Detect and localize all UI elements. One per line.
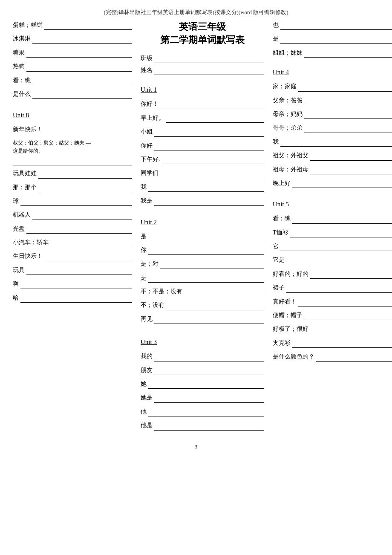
unit5-header: Unit 5	[273, 201, 289, 208]
unit5-great2: 好极了；很好	[273, 324, 392, 334]
class-row: 班级	[141, 54, 264, 63]
unit1-header: Unit 1	[141, 86, 157, 93]
unit8-item-ha: 哈	[13, 293, 132, 303]
unit5-skirt: 裙子	[273, 283, 392, 292]
unit2-header: Unit 2	[141, 219, 157, 226]
unit4-grandma: 祖母；外祖母	[273, 165, 392, 174]
unit3-header: Unit 3	[141, 338, 157, 346]
unit2-you: 你	[141, 246, 264, 255]
unit1-hello: 你好！	[141, 99, 264, 109]
unit8-item-1: 新年快乐！	[13, 125, 132, 134]
main-title: 英语三年级 第二学期单词默写表	[141, 20, 264, 47]
unit1-i: 我	[141, 182, 264, 192]
left-item-1: 蛋糕；糕饼	[13, 20, 132, 30]
unit8-item-ah: 啊	[13, 279, 132, 289]
unit2-not: 不；没有	[141, 301, 264, 310]
unit5-jacket: 夹克衫	[273, 338, 392, 348]
unit8-item-that: 那；那个	[13, 183, 132, 192]
name-row: 姓名	[141, 66, 264, 75]
right-top-3: 姐姐；妹妹	[273, 48, 392, 58]
unit5-it: 它	[273, 242, 392, 251]
unit8-item-birthday: 生日快乐！	[13, 251, 132, 261]
unit4-grandpa: 祖父；外祖父	[273, 151, 392, 160]
unit5-look: 看；瞧	[273, 214, 392, 223]
unit3-sheis: 她是	[141, 393, 264, 402]
unit4-evening: 晚上好	[273, 179, 392, 188]
right-top-2: 是	[273, 34, 392, 43]
unit2-is2: 是	[141, 273, 264, 283]
unit1-miss: 小姐	[141, 127, 264, 136]
unit3-my: 我的	[141, 352, 264, 361]
unit3-friend: 朋友	[141, 366, 264, 375]
left-item-6: 是什么	[13, 90, 132, 99]
unit5-cap: 便帽；帽子	[273, 311, 392, 320]
unit4-father: 父亲；爸爸	[273, 96, 392, 105]
unit3-he: 他	[141, 407, 264, 416]
unit8-item-robot: 机器人	[13, 210, 132, 220]
unit8-header: Unit 8	[13, 112, 29, 119]
unit8-line1	[13, 158, 132, 165]
unit5-great: 真好看！	[273, 297, 392, 306]
unit2-is: 是	[141, 232, 264, 241]
unit2-yes: 是；对	[141, 259, 264, 269]
unit3-she: 她	[141, 379, 264, 389]
unit1-morning: 早上好。	[141, 113, 264, 123]
unit1-afternoon: 下午好.	[141, 155, 264, 164]
unit8-item-toy: 玩具	[13, 266, 132, 275]
unit2-no: 不；不是；没有	[141, 287, 264, 296]
unit4-i: 我	[273, 137, 392, 147]
unit4-header: Unit 4	[273, 69, 289, 76]
right-top-1: 也	[273, 20, 392, 30]
unit4-family: 家；家庭	[273, 82, 392, 91]
unit8-note: 叔父；伯父；舅父；姑父；姨夫 —这是给你的。	[13, 139, 132, 155]
unit5-itis: 它是	[273, 255, 392, 265]
page-title: (完整)译林出版社三年级英语上册单词默写表(按课文分)(word 版可编辑修改)	[13, 9, 379, 16]
unit2-bye: 再见	[141, 315, 264, 324]
unit8-item-ball: 球	[13, 197, 132, 206]
unit3-heis: 他是	[141, 421, 264, 430]
unit1-niho: 你好	[141, 141, 264, 150]
left-item-5: 看；瞧	[13, 76, 132, 85]
unit1-classmates: 同学们	[141, 168, 264, 178]
unit4-brother: 哥哥；弟弟	[273, 123, 392, 133]
unit4-mother: 母亲；妈妈	[273, 110, 392, 119]
unit5-nice: 好看的；好的	[273, 269, 392, 279]
unit8-item-car: 小汽车；轿车	[13, 238, 132, 247]
left-item-4: 热狗	[13, 62, 132, 71]
unit5-tshirt: T恤衫	[273, 228, 392, 237]
page-number: 3	[13, 443, 379, 450]
left-item-3: 糖果	[13, 48, 132, 58]
unit8-item-doll: 玩具娃娃	[13, 169, 132, 178]
left-item-2: 冰淇淋	[13, 34, 132, 43]
unit1-iam: 我是	[141, 196, 264, 205]
unit5-whatcolor: 是什么颜色的？	[273, 352, 392, 361]
unit8-item-cd: 光盘	[13, 224, 132, 234]
